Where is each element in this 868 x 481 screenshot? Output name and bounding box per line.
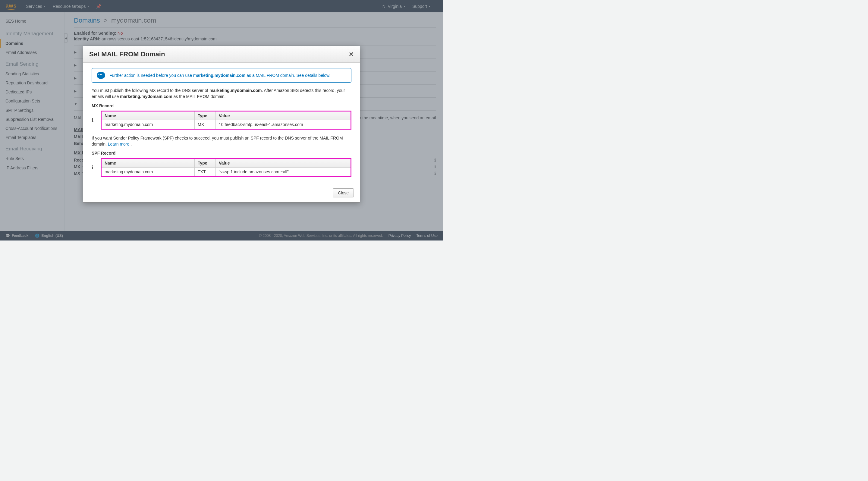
mx-instruction-text: You must publish the following MX record… [92, 87, 351, 100]
speech-bubble-icon [97, 72, 105, 79]
banner-text-post: as a MAIL FROM domain. [245, 73, 296, 78]
learn-more-link[interactable]: Learn more [108, 142, 130, 147]
mx-type-cell: MX [195, 120, 216, 129]
mx-record-table: Name Type Value marketing.mydomain.com M… [101, 110, 351, 130]
p1-post: as the MAIL FROM domain. [173, 94, 226, 99]
th-name: Name [101, 111, 195, 120]
period: . [129, 142, 132, 147]
p1-pre: You must publish the following MX record… [92, 88, 210, 93]
info-icon[interactable]: ℹ [92, 165, 97, 170]
banner-see-details-link[interactable]: See details below. [296, 73, 330, 78]
spf-value-cell: "v=spf1 include:amazonses.com ~all" [216, 167, 351, 177]
table-row: marketing.mydomain.com TXT "v=spf1 inclu… [101, 167, 351, 177]
mx-record-row: ℹ Name Type Value marketing.mydomain.com… [92, 110, 351, 130]
mx-record-heading: MX Record [92, 103, 351, 108]
p1-domain2: marketing.mydomain.com [120, 94, 173, 99]
modal-footer: Close [83, 185, 360, 202]
modal-body: Further action is needed before you can … [83, 63, 360, 185]
set-mail-from-domain-modal: Set MAIL FROM Domain ✕ Further action is… [83, 46, 360, 202]
info-banner-text: Further action is needed before you can … [110, 73, 330, 78]
spf-record-table: Name Type Value marketing.mydomain.com T… [101, 158, 351, 177]
spf-name-cell: marketing.mydomain.com [101, 167, 195, 177]
close-icon[interactable]: ✕ [349, 51, 354, 58]
spf-record-row: ℹ Name Type Value marketing.mydomain.com… [92, 158, 351, 177]
th-type: Type [195, 159, 216, 167]
p1-domain1: marketing.mydomain.com [210, 88, 262, 93]
mx-name-cell: marketing.mydomain.com [101, 120, 195, 129]
th-value: Value [216, 159, 351, 167]
info-banner: Further action is needed before you can … [92, 68, 351, 83]
spf-record-heading: SPF Record [92, 151, 351, 156]
th-value: Value [216, 111, 351, 120]
spf-instruction-text: If you want Sender Policy Framework (SPF… [92, 135, 351, 148]
banner-text-pre: Further action is needed before you can … [110, 73, 193, 78]
close-button[interactable]: Close [333, 188, 354, 197]
th-name: Name [101, 159, 195, 167]
info-icon[interactable]: ℹ [92, 117, 97, 123]
modal-title: Set MAIL FROM Domain [89, 50, 165, 58]
modal-header: Set MAIL FROM Domain ✕ [83, 46, 360, 63]
mx-value-cell: 10 feedback-smtp.us-east-1.amazonses.com [216, 120, 351, 129]
banner-domain: marketing.mydomain.com [193, 73, 246, 78]
spf-type-cell: TXT [195, 167, 216, 177]
th-type: Type [195, 111, 216, 120]
table-row: marketing.mydomain.com MX 10 feedback-sm… [101, 120, 351, 129]
